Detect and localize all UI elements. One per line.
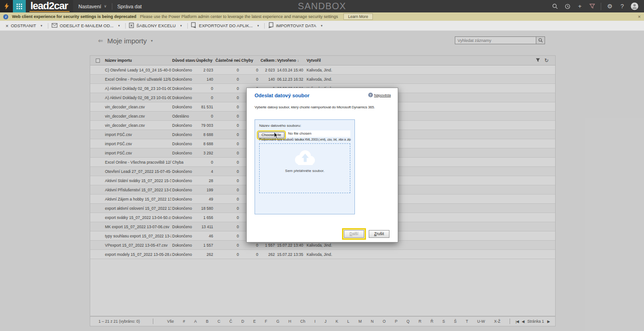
notification-title: Web client experience for security setti…	[12, 14, 136, 19]
recent-history-icon[interactable]	[562, 0, 573, 12]
search-icon[interactable]	[549, 0, 561, 12]
email-icon	[52, 23, 58, 29]
cancel-button[interactable]: Zrušit	[369, 230, 389, 238]
export-to-excel-button[interactable]: EXPORTOVAT DO APLIK... ▾	[188, 21, 264, 30]
import-icon	[268, 22, 273, 29]
file-input-row: Choose File No file chosen	[258, 130, 350, 137]
caret-down-icon[interactable]: ▾	[255, 24, 261, 28]
excel-templates-button[interactable]: ŠABLONY EXCELU ▾	[126, 21, 187, 30]
caret-down-icon[interactable]: ▾	[319, 24, 325, 28]
gear-icon[interactable]: ⚙	[604, 0, 615, 12]
content-area: ⇐ Moje importy ▾ Název importuDůvod stav…	[0, 31, 644, 331]
caret-down-icon[interactable]: ▾	[116, 24, 122, 28]
caret-down-icon[interactable]: ▾	[178, 24, 185, 28]
help-icon: ?	[368, 93, 373, 97]
file-select-panel: Název datového souboru: Choose File No f…	[255, 119, 355, 214]
choose-file-button[interactable]: Choose File	[258, 132, 284, 138]
nav-item-data-management[interactable]: Správa dat	[112, 0, 147, 12]
notification-bar: i Web client experience for security set…	[0, 12, 644, 21]
file-dropzone[interactable]: Sem přetáhněte soubor.	[259, 143, 350, 193]
brand-logo[interactable]: lead2car	[26, 0, 73, 12]
top-nav-bar: lead2car Nastavení ∨ Správa dat SANDBOX …	[0, 0, 644, 12]
learn-more-button[interactable]: Learn More	[343, 13, 372, 20]
topbar-divider	[601, 3, 601, 10]
close-icon[interactable]: ×	[638, 14, 641, 19]
next-button[interactable]: Další	[344, 230, 364, 238]
dialog-title: Odeslat datový soubor	[255, 93, 309, 98]
nav-item-settings[interactable]: Nastavení ∨	[73, 0, 111, 12]
send-email-button[interactable]: ODESLAT E-MAILEM OD... ▾	[48, 21, 125, 30]
app-window: lead2car Nastavení ∨ Správa dat SANDBOX …	[0, 0, 644, 331]
chevron-down-icon: ∨	[104, 4, 107, 8]
mouse-cursor-icon	[273, 132, 278, 139]
topbar-icon-group: + ⚙ ?	[549, 0, 644, 12]
file-name-label: Název datového souboru:	[259, 124, 301, 128]
dialog-description: Vyberte datový soubor, který chcete naim…	[255, 105, 375, 109]
upload-file-dialog: Odeslat datový soubor ? Nápověda Vyberte…	[246, 88, 398, 242]
dropzone-text: Sem přetáhněte soubor.	[285, 169, 324, 173]
dialog-help-link[interactable]: ? Nápověda	[368, 93, 391, 97]
help-icon[interactable]: ?	[616, 0, 628, 12]
delete-button[interactable]: × ODSTRANIT ▾	[2, 21, 48, 30]
quick-create-plus-icon[interactable]: +	[574, 0, 586, 12]
flash-icon	[0, 0, 13, 12]
notification-message: Please use the Power Platform admin cent…	[140, 14, 338, 19]
delete-x-icon: ×	[6, 23, 8, 29]
excel-templates-icon	[129, 23, 134, 29]
avatar[interactable]	[629, 0, 640, 12]
export-icon	[191, 22, 197, 29]
upload-cloud-icon	[291, 148, 318, 166]
info-icon: i	[3, 14, 8, 19]
dialog-buttons: Další Zrušit	[344, 230, 389, 238]
app-launcher-waffle-icon[interactable]	[13, 0, 26, 12]
no-file-chosen-text: No file chosen	[286, 130, 350, 137]
import-data-button[interactable]: IMPORTOVAT DATA ▾	[265, 21, 328, 30]
caret-down-icon[interactable]: ▾	[38, 24, 45, 28]
advanced-filter-icon[interactable]	[586, 0, 598, 12]
command-toolbar: × ODSTRANIT ▾ ODESLAT E-MAILEM OD... ▾ Š…	[0, 21, 644, 31]
